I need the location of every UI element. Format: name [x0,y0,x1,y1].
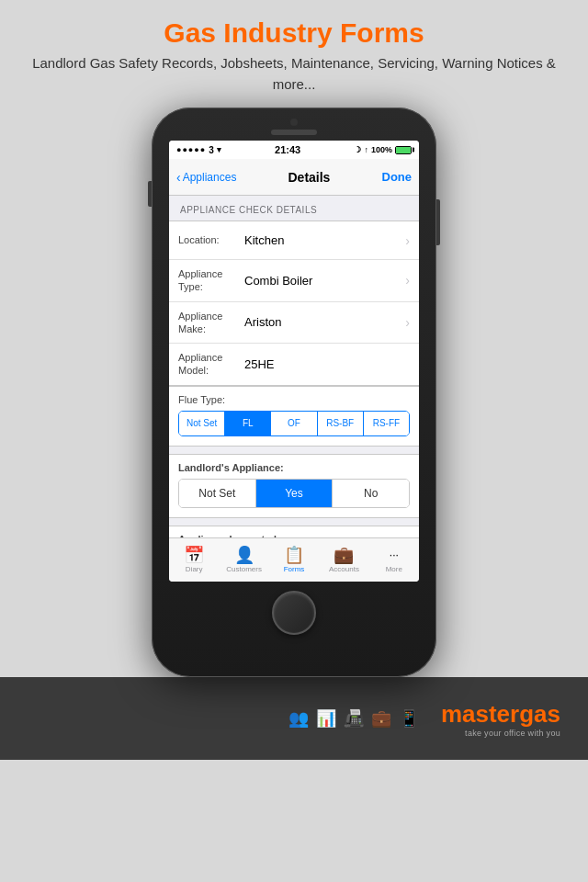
flue-label: Flue Type: [178,394,410,405]
footer-icon-3: 📠 [344,708,364,729]
appliance-model-value: 25HE [244,357,410,371]
flue-not-set-btn[interactable]: Not Set [179,412,225,435]
diary-icon: 📅 [184,547,204,563]
brand-second: gas [519,700,560,728]
signal-dots: ●●●●● [176,145,206,154]
battery-pct: 100% [371,145,392,154]
location-row[interactable]: Location: Kitchen › [169,221,419,260]
phone-shell: ●●●●● 3 ▾ 21:43 ☽ ↑ 100% ‹ Appliances De… [152,107,436,677]
phone-top [152,107,436,141]
appliance-model-row[interactable]: Appliance Model: 25HE [169,344,419,385]
back-chevron-icon: ‹ [176,170,181,185]
landlord-label: Landlord's Appliance: [178,462,410,473]
promo-title: Gas Industry Forms [28,17,560,50]
location-icon: ↑ [364,145,368,154]
footer-icons: 👥 📊 📠 💼 📱 [288,708,419,729]
location-chevron-icon: › [405,233,410,248]
tab-more-label: More [386,565,402,573]
tab-accounts-label: Accounts [329,565,359,573]
tab-forms-label: Forms [284,565,305,573]
brand-name: mastergas [441,700,560,729]
more-icon: ··· [384,547,404,563]
flue-rsff-btn[interactable]: RS-FF [364,412,409,435]
front-camera [290,119,298,126]
promo-area: Gas Industry Forms Landlord Gas Safety R… [0,0,588,107]
tab-more[interactable]: ··· More [369,547,419,573]
promo-subtitle: Landlord Gas Safety Records, Jobsheets, … [28,53,560,95]
back-button[interactable]: ‹ Appliances [176,170,236,185]
appliance-make-row[interactable]: Appliance Make: Ariston › [169,302,419,345]
battery-icon [395,146,412,154]
footer-icon-1: 👥 [288,708,309,729]
carrier-label: 3 [209,145,214,155]
footer-area: 👥 📊 📠 💼 📱 mastergas take your office wit… [0,677,588,760]
tab-diary[interactable]: 📅 Diary [169,547,219,573]
status-right: ☽ ↑ 100% [354,145,412,154]
customers-icon: 👤 [234,547,254,563]
appliance-model-label: Appliance Model: [178,351,244,378]
volume-button [148,181,152,207]
appliance-type-label: Appliance Type: [178,267,244,294]
phone-screen: ●●●●● 3 ▾ 21:43 ☽ ↑ 100% ‹ Appliances De… [169,141,419,582]
landlord-section: Landlord's Appliance: Not Set Yes No [169,454,419,518]
inspected-section: Appliance Inspected: Not Set Yes No [169,526,419,537]
flue-rsbf-btn[interactable]: RS-BF [318,412,364,435]
nav-title: Details [288,170,330,185]
tab-bar: 📅 Diary 👤 Customers 📋 Forms 💼 Accounts ·… [169,537,419,582]
forms-icon: 📋 [284,547,304,563]
wifi-icon: ▾ [217,145,221,154]
battery-fill [396,147,411,153]
location-value: Kitchen [244,233,401,247]
time-display: 21:43 [275,144,300,155]
landlord-yes-btn[interactable]: Yes [256,480,334,507]
home-button[interactable] [272,591,316,635]
speaker-grille [271,130,317,135]
flue-fl-btn[interactable]: FL [225,412,271,435]
phone-bottom [272,582,316,651]
landlord-not-set-btn[interactable]: Not Set [179,480,256,507]
landlord-no-btn[interactable]: No [333,480,409,507]
flue-section: Flue Type: Not Set FL OF RS-BF RS-FF [169,386,419,447]
appliance-make-chevron-icon: › [405,315,410,330]
moon-icon: ☽ [354,145,361,154]
flue-segment-group: Not Set FL OF RS-BF RS-FF [178,411,410,436]
done-button[interactable]: Done [382,170,413,184]
appliance-make-value: Ariston [244,315,401,329]
brand-tagline: take your office with you [465,729,560,738]
appliance-make-label: Appliance Make: [178,310,244,336]
appliance-type-row[interactable]: Appliance Type: Combi Boiler › [169,260,419,302]
form-section: Location: Kitchen › Appliance Type: Comb… [169,220,419,386]
content-area: APPLIANCE CHECK DETAILS Location: Kitche… [169,196,419,537]
appliance-type-chevron-icon: › [405,273,410,288]
tab-diary-label: Diary [186,565,203,573]
nav-bar: ‹ Appliances Details Done [169,159,419,196]
status-left: ●●●●● 3 ▾ [176,145,221,155]
footer-icon-2: 📊 [316,708,336,729]
footer-icon-5: 📱 [399,708,419,729]
back-label: Appliances [183,171,237,184]
flue-of-btn[interactable]: OF [271,412,317,435]
status-bar: ●●●●● 3 ▾ 21:43 ☽ ↑ 100% [169,141,419,159]
tab-customers-label: Customers [226,565,262,573]
footer-brand: mastergas take your office with you [441,700,560,738]
power-button [436,199,440,245]
tab-customers[interactable]: 👤 Customers [219,547,268,573]
location-label: Location: [178,233,244,246]
footer-icon-4: 💼 [371,708,391,729]
landlord-toggle-group: Not Set Yes No [178,479,410,508]
tab-accounts[interactable]: 💼 Accounts [319,547,368,573]
tab-forms[interactable]: 📋 Forms [269,547,319,573]
section-header: APPLIANCE CHECK DETAILS [169,196,419,220]
accounts-icon: 💼 [334,547,354,563]
brand-first: master [441,700,519,728]
appliance-type-value: Combi Boiler [244,274,401,288]
